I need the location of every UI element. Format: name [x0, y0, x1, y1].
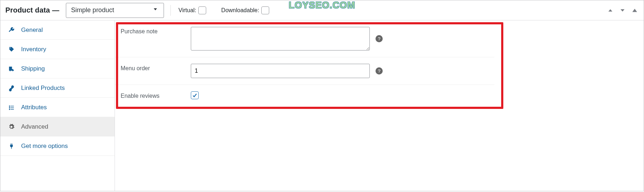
enable-reviews-checkbox[interactable]	[191, 91, 199, 99]
virtual-checkbox[interactable]	[198, 6, 206, 14]
watermark: LOYSEO.COM	[289, 0, 355, 11]
panel-header: Product data — Simple product Virtual: D…	[0, 0, 644, 20]
panel-move-up-icon[interactable]	[606, 6, 614, 14]
tab-label: General	[21, 27, 43, 34]
panel-controls	[606, 6, 639, 14]
purchase-note-label: Purchase note	[121, 27, 191, 35]
product-type-select[interactable]: Simple product	[66, 3, 164, 18]
downloadable-checkbox[interactable]	[261, 6, 269, 14]
tab-shipping[interactable]: Shipping	[0, 59, 115, 78]
truck-icon	[8, 66, 17, 72]
advanced-options: Purchase note ? Menu order ? Enable revi…	[115, 20, 644, 106]
tab-label: Attributes	[21, 104, 47, 111]
menu-order-label: Menu order	[121, 64, 191, 72]
menu-order-row: Menu order ?	[115, 57, 494, 85]
help-icon[interactable]: ?	[376, 67, 383, 75]
purchase-note-row: Purchase note ?	[115, 20, 494, 57]
panel-toggle-icon[interactable]	[631, 6, 639, 14]
tag-icon	[8, 46, 17, 53]
tab-label: Shipping	[21, 65, 45, 72]
chevron-down-icon	[152, 6, 159, 14]
help-icon[interactable]: ?	[376, 35, 383, 42]
tab-label: Linked Products	[21, 85, 65, 92]
tab-get-more[interactable]: Get more options	[0, 136, 115, 156]
enable-reviews-row: Enable reviews	[115, 85, 494, 106]
product-data-panel: Product data — Simple product Virtual: D…	[0, 0, 644, 191]
plug-icon	[8, 143, 17, 149]
tab-label: Get more options	[21, 143, 68, 150]
separator	[170, 5, 171, 16]
product-type-value: Simple product	[71, 6, 114, 14]
panel-move-down-icon[interactable]	[619, 6, 626, 14]
purchase-note-input[interactable]	[191, 27, 370, 51]
link-icon	[8, 85, 17, 91]
gear-icon	[8, 124, 17, 130]
tab-attributes[interactable]: Attributes	[0, 98, 115, 117]
virtual-group: Virtual:	[179, 6, 207, 14]
downloadable-group: Downloadable:	[221, 6, 269, 14]
advanced-pane: Purchase note ? Menu order ? Enable revi…	[115, 20, 644, 191]
product-data-tabs: General Inventory Shipping Linked Produc…	[0, 20, 115, 191]
tab-general[interactable]: General	[0, 20, 115, 40]
tab-linked[interactable]: Linked Products	[0, 78, 115, 98]
downloadable-label: Downloadable:	[221, 7, 259, 14]
menu-order-input[interactable]	[191, 64, 370, 78]
tab-label: Inventory	[21, 46, 46, 53]
tab-inventory[interactable]: Inventory	[0, 40, 115, 59]
virtual-label: Virtual:	[179, 7, 197, 14]
panel-title: Product data —	[5, 6, 59, 14]
list-icon	[8, 104, 17, 111]
tab-advanced[interactable]: Advanced	[0, 117, 115, 136]
wrench-icon	[8, 27, 17, 33]
tab-label: Advanced	[21, 123, 48, 130]
enable-reviews-label: Enable reviews	[121, 91, 191, 99]
panel-body: General Inventory Shipping Linked Produc…	[0, 20, 644, 191]
